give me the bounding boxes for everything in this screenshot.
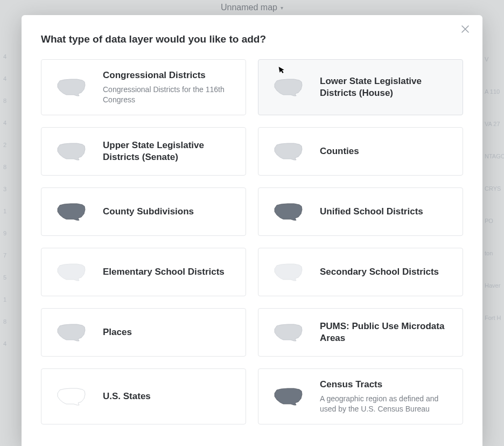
layer-option-text: Congressional DistrictsCongressional Dis… (103, 69, 235, 105)
map-title-dropdown[interactable]: Unnamed map ▾ (0, 0, 504, 15)
layer-option-card[interactable]: Places (41, 308, 246, 357)
us-map-icon (269, 319, 306, 345)
layer-option-card[interactable]: PUMS: Public Use Microdata Areas (258, 308, 463, 357)
layer-option-text: County Subdivisions (103, 206, 235, 218)
background-label: Haver (485, 280, 504, 291)
layer-option-card[interactable]: Congressional DistrictsCongressional Dis… (41, 59, 246, 115)
layer-option-title: Counties (320, 145, 452, 157)
us-map-icon (52, 199, 89, 225)
layer-option-title: Census Tracts (320, 379, 452, 391)
us-map-icon (269, 138, 306, 164)
background-axis-tick: 3 (0, 186, 6, 192)
layer-option-text: Unified School Districts (320, 206, 452, 218)
layer-option-text: Places (103, 326, 235, 338)
modal-backdrop: 44842831975184 VA 110VA 27NTAGC CITYCRYS… (0, 0, 504, 446)
layer-option-title: Unified School Districts (320, 206, 452, 218)
us-map-icon (269, 74, 306, 100)
background-axis-tick: 8 (0, 319, 6, 325)
layer-option-card[interactable]: Counties (258, 127, 463, 176)
background-label: PO (485, 215, 504, 226)
map-title-text: Unnamed map (221, 3, 277, 12)
add-data-layer-modal: What type of data layer would you like t… (22, 15, 482, 446)
layer-option-title: U.S. States (103, 391, 235, 402)
layer-option-title: Congressional Districts (103, 69, 235, 81)
layer-option-title: Places (103, 326, 235, 338)
chevron-down-icon: ▾ (281, 5, 283, 11)
background-label: CRYS (485, 183, 504, 194)
background-label: V (485, 54, 504, 65)
layer-option-text: Elementary School Districts (103, 266, 235, 278)
layer-option-text: Census TractsA geographic region as defi… (320, 379, 452, 414)
modal-heading: What type of data layer would you like t… (41, 33, 463, 45)
background-label: Fort H (485, 312, 504, 323)
us-map-icon (269, 259, 306, 285)
us-map-icon (52, 384, 89, 409)
close-button[interactable] (459, 23, 472, 36)
layer-option-description: Congressional Districts for the 116th Co… (103, 85, 235, 105)
background-label: VA 27 (485, 119, 504, 129)
layer-option-card[interactable]: Elementary School Districts (41, 248, 246, 296)
layer-option-card[interactable]: Secondary School Districts (258, 248, 463, 296)
background-label: ton (485, 248, 504, 259)
us-map-icon (52, 259, 89, 285)
background-axis-tick: 4 (0, 120, 6, 126)
background-axis-tick: 8 (0, 98, 6, 104)
layer-option-title: PUMS: Public Use Microdata Areas (320, 320, 452, 344)
background-axis-tick: 4 (0, 341, 6, 347)
layer-option-text: Lower State Legislative Districts (House… (320, 75, 452, 99)
background-axis-tick: 5 (0, 275, 6, 281)
background-axis-tick: 4 (0, 54, 6, 60)
layer-option-card[interactable]: Unified School Districts (258, 187, 463, 236)
layer-option-title: Elementary School Districts (103, 266, 235, 278)
layer-option-title: Upper State Legislative Districts (Senat… (103, 140, 235, 163)
background-label: A 110 (485, 86, 504, 97)
layer-option-text: Counties (320, 145, 452, 157)
close-icon (461, 25, 469, 33)
layer-option-title: County Subdivisions (103, 206, 235, 218)
layer-option-text: U.S. States (103, 391, 235, 402)
layer-option-card[interactable]: U.S. States (41, 368, 246, 424)
us-map-icon (52, 319, 89, 345)
background-axis-tick: 9 (0, 231, 6, 236)
layer-option-card[interactable]: Lower State Legislative Districts (House… (258, 59, 463, 115)
layer-option-title: Secondary School Districts (320, 266, 452, 278)
background-map-labels: VA 110VA 27NTAGC CITYCRYSPOtonHaverFort … (482, 54, 504, 345)
background-axis-tick: 8 (0, 164, 6, 170)
layer-option-text: Upper State Legislative Districts (Senat… (103, 140, 235, 163)
background-axis-tick: 2 (0, 142, 6, 148)
background-axis-tick: 4 (0, 76, 6, 82)
background-axis-tick: 1 (0, 208, 6, 214)
layer-option-text: PUMS: Public Use Microdata Areas (320, 320, 452, 344)
layer-options-grid: Congressional DistrictsCongressional Dis… (41, 59, 463, 424)
layer-option-text: Secondary School Districts (320, 266, 452, 278)
layer-option-card[interactable]: Upper State Legislative Districts (Senat… (41, 127, 246, 176)
us-map-icon (269, 384, 306, 409)
background-axis-tick: 7 (0, 253, 6, 259)
us-map-icon (52, 138, 89, 164)
background-axis-tick: 1 (0, 297, 6, 303)
us-map-icon (52, 74, 89, 100)
layer-option-card[interactable]: Census TractsA geographic region as defi… (258, 368, 463, 424)
layer-option-description: A geographic region as defined and used … (320, 394, 452, 414)
layer-option-card[interactable]: County Subdivisions (41, 187, 246, 236)
background-label: NTAGC CITY (485, 151, 504, 162)
background-axis-left: 44842831975184 (0, 54, 6, 363)
us-map-icon (269, 199, 306, 225)
layer-option-title: Lower State Legislative Districts (House… (320, 75, 452, 99)
